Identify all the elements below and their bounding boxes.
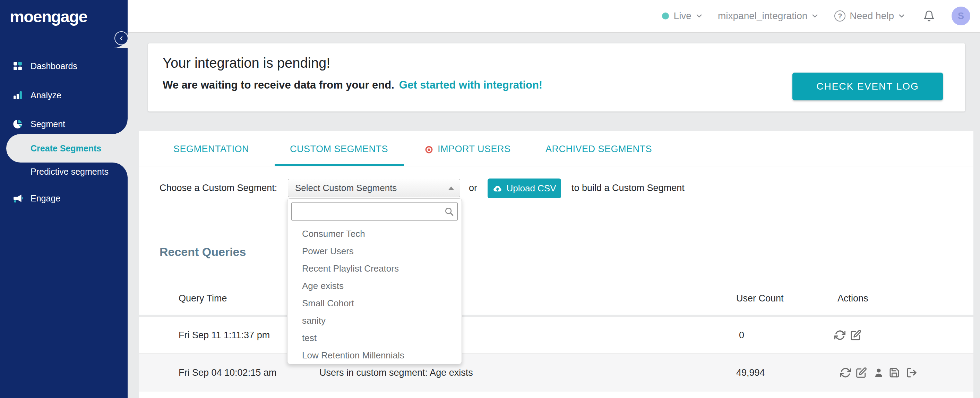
dropdown-search — [291, 203, 458, 221]
dropdown-option[interactable]: sanity — [288, 312, 461, 329]
sidebar-item-dashboards[interactable]: Dashboards — [0, 56, 127, 77]
pie-chart-icon — [13, 119, 23, 129]
refresh-action-icon[interactable] — [834, 329, 845, 341]
save-action-icon[interactable] — [889, 367, 900, 378]
dropdown-option[interactable]: Low Retention Millennials — [288, 347, 461, 364]
user-avatar[interactable]: S — [951, 6, 970, 26]
top-header-bar: Live mixpanel_integration ? Need help S — [127, 0, 980, 33]
select-value: Select Custom Segments — [295, 183, 397, 193]
chevron-down-icon[interactable] — [811, 12, 819, 20]
tab-import-users[interactable]: IMPORT USERS — [438, 144, 511, 155]
banner-title: Your integration is pending! — [163, 55, 330, 71]
column-header-actions: Actions — [837, 293, 868, 304]
chevron-left-icon: ‹ — [119, 32, 123, 43]
live-status-dot — [662, 13, 669, 19]
dropdown-search-input[interactable] — [291, 203, 458, 221]
user-count-cell: 49,994 — [736, 367, 765, 378]
need-help-dropdown[interactable]: Need help — [850, 10, 894, 22]
user-action-icon[interactable] — [873, 367, 884, 378]
notification-bell-icon[interactable] — [923, 10, 935, 22]
upload-csv-label: Upload CSV — [506, 183, 556, 194]
choose-segment-label: Choose a Custom Segment: — [159, 182, 277, 194]
sidebar: moengage Dashboards Analyze Segment Crea… — [0, 0, 127, 398]
or-label: or — [469, 182, 477, 194]
tab-custom-segments[interactable]: CUSTOM SEGMENTS — [290, 144, 388, 155]
check-event-log-button[interactable]: CHECK EVENT LOG — [792, 73, 943, 101]
recent-queries-title: Recent Queries — [159, 245, 246, 259]
dropdown-option[interactable]: Recent Playlist Creators — [288, 260, 461, 277]
question-circle-icon: ? — [834, 10, 845, 22]
sidebar-corner-above-active — [112, 119, 127, 134]
query-time-cell: Fri Sep 11 1:11:37 pm — [178, 330, 270, 341]
upload-csv-button[interactable]: Upload CSV — [488, 179, 561, 198]
sidebar-item-label: Analyze — [30, 90, 61, 101]
sidebar-item-create-segments[interactable]: Create Segments — [6, 134, 127, 163]
divider — [139, 166, 974, 166]
megaphone-icon — [13, 193, 23, 203]
column-header-user-count: User Count — [736, 293, 784, 304]
column-header-query-time: Query Time — [178, 293, 227, 304]
export-action-icon[interactable] — [906, 367, 917, 378]
integration-pending-banner: Your integration is pending! We are wait… — [148, 43, 965, 112]
sidebar-item-analyze[interactable]: Analyze — [0, 85, 127, 105]
chevron-down-icon[interactable] — [897, 12, 906, 20]
sidebar-collapse-button[interactable]: ‹ — [115, 31, 128, 45]
dropdown-option[interactable]: Consumer Tech — [288, 225, 461, 242]
custom-segments-dropdown-panel: Consumer Tech Power Users Recent Playlis… — [287, 198, 462, 364]
red-target-icon — [425, 145, 433, 154]
tab-segmentation[interactable]: SEGMENTATION — [173, 144, 249, 155]
dropdown-option[interactable]: Power Users — [288, 242, 461, 260]
sidebar-item-label: Create Segments — [30, 144, 101, 153]
moengage-logo[interactable]: moengage — [10, 7, 87, 26]
sidebar-item-predictive-segments[interactable]: Predictive segments — [0, 161, 127, 182]
segments-card: SEGMENTATION CUSTOM SEGMENTS IMPORT USER… — [139, 131, 974, 398]
sidebar-item-segment[interactable]: Segment — [0, 113, 127, 134]
sidebar-item-engage[interactable]: Engage — [0, 188, 127, 209]
sidebar-item-label: Engage — [30, 193, 60, 203]
query-cell: Users in custom segment: Age exists — [320, 367, 473, 378]
edit-action-icon[interactable] — [856, 367, 867, 378]
user-count-cell: 0 — [739, 330, 744, 341]
sidebar-item-label: Predictive segments — [30, 167, 108, 177]
table-row: Fri Sep 04 10:02:15 am Users in custom s… — [139, 354, 974, 392]
project-dropdown[interactable]: mixpanel_integration — [718, 10, 807, 22]
tab-archived-segments[interactable]: ARCHIVED SEGMENTS — [546, 144, 652, 155]
table-row: Fri Sep 11 1:11:37 pm 0 — [139, 317, 974, 353]
get-started-link[interactable]: Get started with integration! — [399, 79, 542, 91]
divider — [139, 315, 974, 317]
dropdown-option[interactable]: Small Cohort — [288, 294, 461, 312]
sidebar-item-label: Segment — [30, 119, 65, 129]
refresh-action-icon[interactable] — [840, 367, 851, 378]
query-time-cell: Fri Sep 04 10:02:15 am — [178, 367, 276, 378]
dropdown-option[interactable]: test — [288, 329, 461, 347]
cloud-upload-icon — [492, 183, 503, 194]
search-icon — [444, 206, 454, 217]
triangle-up-icon — [448, 187, 454, 190]
dropdown-options: Consumer Tech Power Users Recent Playlis… — [288, 225, 461, 364]
banner-subtitle: We are waiting to receive data from your… — [163, 79, 542, 91]
custom-segments-select[interactable]: Select Custom Segments — [288, 179, 460, 197]
edit-action-icon[interactable] — [850, 329, 861, 341]
chevron-down-icon[interactable] — [695, 12, 703, 20]
environment-dropdown[interactable]: Live — [674, 10, 692, 22]
bar-chart-icon — [13, 90, 23, 101]
sidebar-item-label: Dashboards — [30, 61, 77, 71]
dropdown-option[interactable]: Age exists — [288, 277, 461, 294]
grid-icon — [13, 61, 23, 71]
build-segment-suffix-label: to build a Custom Segment — [571, 182, 684, 194]
